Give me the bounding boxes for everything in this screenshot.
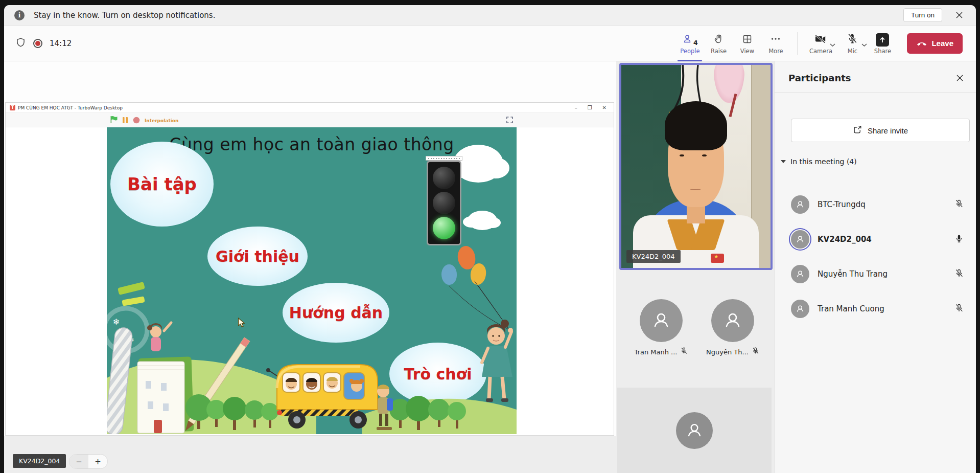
traffic-light [427,161,461,245]
avatar [791,265,809,283]
participant-name: Tran Manh Cuong [818,304,954,313]
interpolation-toggle[interactable]: Interpolation [145,118,178,123]
close-window-icon[interactable]: ✕ [602,105,606,110]
participant-row[interactable]: Tran Manh Cuong [775,294,976,324]
mic-button[interactable]: Mic [836,32,868,55]
turn-on-button[interactable]: Turn on [903,8,942,22]
turbowarp-window: T PM CÙNG EM HỌC ATGT - TurboWarp Deskto… [5,102,614,436]
shield-icon [15,37,26,50]
turbowarp-control-bar: Interpolation [6,113,614,127]
webcam-video [621,65,771,268]
recording-indicator-icon [33,39,42,48]
chevron-down-icon [781,160,786,164]
participants-panel: Participants Share invite In this meetin… [774,61,976,473]
leave-button[interactable]: Leave [907,33,963,54]
in-this-meeting-section[interactable]: In this meeting (4) [781,157,857,166]
meeting-stage: T PM CÙNG EM HỌC ATGT - TurboWarp Deskto… [4,61,976,473]
participant-row[interactable]: Nguyễn Thu Trang [775,259,976,289]
mic-off-icon [752,347,759,357]
presenter-name-chip: KV24D2_004 [13,454,66,468]
audience-name: Tran Manh ... [635,348,678,356]
meeting-toolbar: 14:12 4 People Raise [4,26,976,61]
avatar [676,412,713,449]
mic-off-icon[interactable] [954,199,964,211]
share-invite-icon [853,125,862,136]
scratch-stage[interactable]: Cùng em học an toàn giao thông Bài tập G… [107,127,517,434]
mic-chevron-icon[interactable] [861,39,867,49]
avatar [711,299,754,342]
people-count: 4 [693,39,698,47]
avatar [791,300,809,318]
raise-hand-icon [713,33,724,47]
tab-raise[interactable]: Raise [704,32,733,55]
more-ellipsis-icon [770,33,781,47]
avatar-speaking [791,230,809,249]
button-gioi-thieu[interactable]: Giới thiệu [207,227,308,286]
turbowarp-app-icon: T [10,105,15,110]
notification-text: Stay in the know. Turn on desktop notifi… [34,11,215,20]
camera-off-icon [814,33,827,47]
stop-icon[interactable] [133,116,140,126]
turbowarp-titlebar: T PM CÙNG EM HỌC ATGT - TurboWarp Deskto… [6,103,614,113]
people-icon [682,33,693,47]
close-panel-icon[interactable] [953,72,966,84]
mic-off-icon[interactable] [954,268,964,280]
participant-name: BTC-Trungdq [818,200,954,209]
participant-name: Nguyễn Thu Trang [818,269,954,279]
minimize-icon[interactable]: – [575,105,577,110]
audience-tile-nguyen-th[interactable]: Nguyễn Th... [702,299,763,357]
avatar [640,299,683,342]
phone-down-icon [916,39,927,48]
mic-off-icon [680,347,688,357]
green-flag-icon[interactable] [110,116,118,126]
share-button[interactable]: Share [868,32,897,55]
audience-tile-tran-manh[interactable]: Tran Manh ... [631,299,692,357]
share-zoom-controls: − + [69,454,108,469]
restore-icon[interactable]: ❐ [588,105,592,110]
tab-view[interactable]: View [733,32,761,55]
video-tile-empty[interactable] [617,388,772,473]
panel-title: Participants [788,73,953,83]
participant-row-active[interactable]: KV24D2_004 [775,224,976,255]
button-bai-tap[interactable]: Bài tập [110,142,214,227]
mic-off-icon [847,33,858,47]
turbowarp-window-title: PM CÙNG EM HỌC ATGT - TurboWarp Desktop [18,105,123,110]
zoom-in-button[interactable]: + [88,454,107,469]
view-grid-icon [742,34,753,47]
teams-meeting-window: i Stay in the know. Turn on desktop noti… [0,0,980,473]
zoom-out-button[interactable]: − [69,454,88,469]
mic-off-icon[interactable] [954,303,964,315]
share-invite-button[interactable]: Share invite [791,119,970,142]
shared-screen: T PM CÙNG EM HỌC ATGT - TurboWarp Deskto… [4,61,616,436]
mouse-cursor [237,318,246,330]
mic-on-icon[interactable] [954,234,964,245]
tab-more[interactable]: More [761,32,790,55]
camera-button[interactable]: Camera [805,32,836,55]
audience-name: Nguyễn Th... [706,348,749,356]
stage-illustration: ❄ ❄ [107,281,517,434]
white-cloud [468,211,497,230]
pause-icon[interactable] [122,116,128,126]
panel-divider [775,92,976,93]
app-window: i Stay in the know. Turn on desktop noti… [4,5,976,473]
share-screen-icon [876,33,889,47]
camera-chevron-icon[interactable] [830,39,835,49]
video-name-label: KV24D2_004 [626,250,681,263]
traffic-light-label [426,156,462,161]
participant-name: KV24D2_004 [818,235,954,244]
notification-bar: i Stay in the know. Turn on desktop noti… [4,5,976,26]
toolbar-separator [797,32,798,55]
tab-people[interactable]: 4 People [675,32,704,55]
fullscreen-icon[interactable] [506,116,514,126]
close-icon[interactable] [953,10,965,21]
participant-row[interactable]: BTC-Trungdq [775,189,976,220]
meeting-timer: 14:12 [50,39,72,48]
avatar [791,195,809,214]
svg-text:❄: ❄ [113,317,120,327]
info-icon: i [14,10,25,20]
video-tile-kv24d2-004[interactable]: KV24D2_004 [619,63,773,270]
